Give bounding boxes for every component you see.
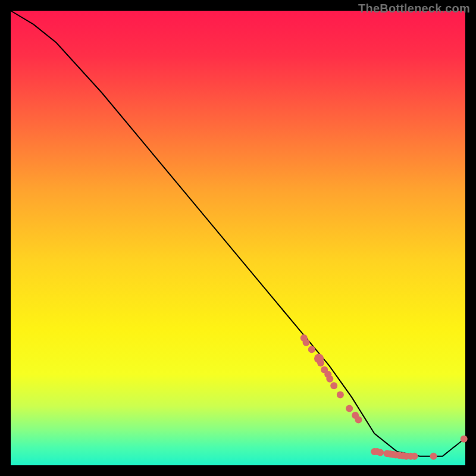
data-marker xyxy=(308,346,315,353)
data-marker xyxy=(355,416,362,424)
gradient-background xyxy=(11,11,465,465)
data-marker xyxy=(337,392,344,399)
chart-stage: TheBottleneck.com xyxy=(0,0,476,476)
data-marker xyxy=(377,449,384,456)
data-marker xyxy=(461,436,468,443)
data-marker xyxy=(317,359,324,367)
data-marker xyxy=(326,375,333,383)
data-marker xyxy=(430,453,437,460)
data-marker xyxy=(303,339,310,346)
watermark-text: TheBottleneck.com xyxy=(358,2,470,15)
data-marker xyxy=(346,405,353,412)
bottleneck-chart xyxy=(0,0,476,476)
data-marker xyxy=(411,453,418,460)
data-marker xyxy=(330,382,337,389)
